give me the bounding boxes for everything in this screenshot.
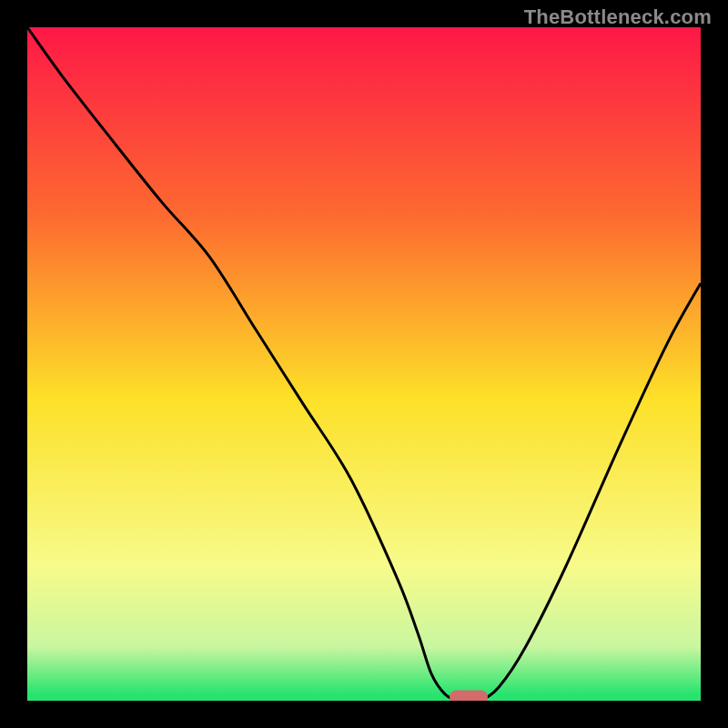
bottleneck-curve-path (27, 27, 701, 701)
watermark-text: TheBottleneck.com (524, 5, 712, 29)
plot-area (27, 27, 701, 701)
chart-frame: TheBottleneck.com (0, 0, 728, 728)
optimal-marker (450, 690, 488, 701)
bottleneck-curve (27, 27, 701, 701)
